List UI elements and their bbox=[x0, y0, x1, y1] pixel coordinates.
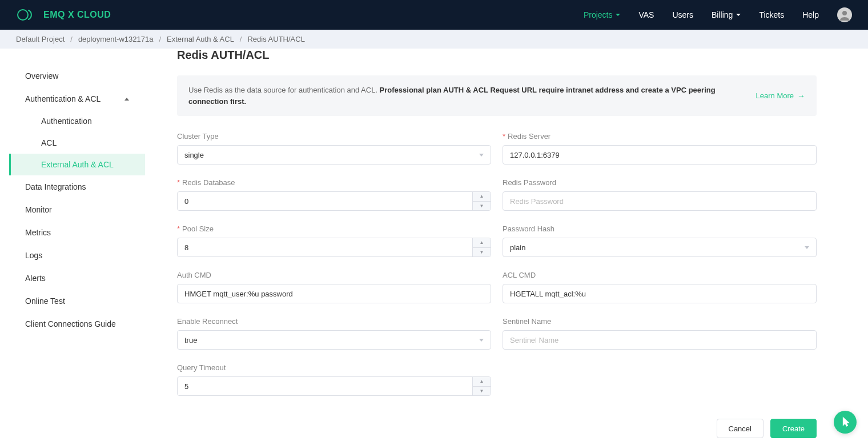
input-pool-size[interactable] bbox=[177, 238, 491, 257]
topbar: EMQ X CLOUD Projects VAS Users Billing T… bbox=[0, 0, 868, 30]
field-auth-cmd: Auth CMD bbox=[177, 271, 491, 303]
caret-down-icon bbox=[616, 14, 620, 16]
nav-billing[interactable]: Billing bbox=[712, 10, 741, 19]
label-acl-cmd: ACL CMD bbox=[503, 271, 817, 279]
pointer-icon bbox=[839, 416, 851, 428]
spinner-query-timeout: ▲ ▼ bbox=[472, 377, 491, 395]
breadcrumb-section[interactable]: External Auth & ACL bbox=[167, 35, 234, 43]
field-pool-size: *Pool Size ▲ ▼ bbox=[177, 224, 491, 257]
spinner-up-icon[interactable]: ▲ bbox=[473, 238, 491, 248]
sidebar-item-client-conn-guide[interactable]: Client Connections Guide bbox=[9, 312, 145, 335]
nav-projects[interactable]: Projects bbox=[584, 10, 621, 19]
learn-more-link[interactable]: Learn More → bbox=[756, 91, 805, 101]
input-query-timeout[interactable] bbox=[177, 376, 491, 396]
breadcrumb-page[interactable]: Redis AUTH/ACL bbox=[247, 35, 304, 43]
form: Cluster Type single *Redis Server *Redis… bbox=[177, 132, 817, 396]
spinner-down-icon[interactable]: ▼ bbox=[473, 387, 491, 396]
sidebar-item-auth-acl[interactable]: Authentication & ACL bbox=[9, 87, 145, 110]
chevron-down-icon bbox=[805, 246, 809, 249]
breadcrumb: Default Project / deployment-w132171a / … bbox=[0, 30, 868, 49]
arrow-right-icon: → bbox=[797, 91, 805, 101]
spinner-up-icon[interactable]: ▲ bbox=[473, 192, 491, 202]
sidebar-item-metrics[interactable]: Metrics bbox=[9, 221, 145, 244]
breadcrumb-sep: / bbox=[159, 35, 161, 43]
select-enable-reconnect[interactable]: true bbox=[177, 330, 491, 350]
select-cluster-type[interactable]: single bbox=[177, 145, 491, 165]
spinner-down-icon[interactable]: ▼ bbox=[473, 248, 491, 257]
select-password-hash[interactable]: plain bbox=[503, 238, 817, 257]
create-button[interactable]: Create bbox=[770, 419, 817, 438]
page-title: Redis AUTH/ACL bbox=[177, 49, 817, 62]
brand-text: EMQ X CLOUD bbox=[43, 10, 111, 20]
notice-text: Use Redis as the data source for authent… bbox=[188, 85, 756, 107]
label-redis-database: *Redis Database bbox=[177, 178, 491, 187]
caret-down-icon bbox=[736, 14, 741, 16]
breadcrumb-sep: / bbox=[70, 35, 73, 43]
label-sentinel-name: Sentinel Name bbox=[503, 317, 817, 326]
label-cluster-type: Cluster Type bbox=[177, 132, 491, 141]
cancel-button[interactable]: Cancel bbox=[717, 419, 763, 438]
field-redis-server: *Redis Server bbox=[503, 132, 817, 165]
sidebar-item-online-test[interactable]: Online Test bbox=[9, 290, 145, 312]
label-enable-reconnect: Enable Reconnect bbox=[177, 317, 491, 326]
field-redis-database: *Redis Database ▲ ▼ bbox=[177, 178, 491, 211]
sidebar-subitem-authentication[interactable]: Authentication bbox=[9, 110, 145, 132]
spinner-down-icon[interactable]: ▼ bbox=[473, 202, 491, 211]
label-redis-server: *Redis Server bbox=[503, 132, 817, 141]
sidebar-item-logs[interactable]: Logs bbox=[9, 244, 145, 267]
svg-point-1 bbox=[842, 11, 847, 15]
sidebar-item-monitor[interactable]: Monitor bbox=[9, 198, 145, 221]
field-enable-reconnect: Enable Reconnect true bbox=[177, 317, 491, 350]
sidebar-subitem-external-auth-acl[interactable]: External Auth & ACL bbox=[9, 154, 145, 175]
label-pool-size: *Pool Size bbox=[177, 224, 491, 233]
brand[interactable]: EMQ X CLOUD bbox=[16, 8, 111, 22]
field-password-hash: Password Hash plain bbox=[503, 224, 817, 257]
field-redis-password: Redis Password bbox=[503, 178, 817, 211]
chevron-down-icon bbox=[479, 339, 484, 342]
field-acl-cmd: ACL CMD bbox=[503, 271, 817, 303]
footer-actions: Cancel Create bbox=[177, 419, 817, 438]
sidebar: Overview Authentication & ACL Authentica… bbox=[0, 49, 154, 445]
spinner-redis-database: ▲ ▼ bbox=[472, 192, 491, 210]
field-query-timeout: Query Timeout ▲ ▼ bbox=[177, 363, 491, 396]
sidebar-item-alerts[interactable]: Alerts bbox=[9, 267, 145, 290]
nav-users[interactable]: Users bbox=[672, 10, 693, 19]
nav-vas[interactable]: VAS bbox=[638, 10, 654, 19]
sidebar-item-label: Authentication & ACL bbox=[25, 94, 101, 103]
sidebar-subitem-acl[interactable]: ACL bbox=[9, 132, 145, 154]
svg-point-0 bbox=[18, 10, 28, 20]
sidebar-item-overview[interactable]: Overview bbox=[9, 65, 145, 87]
input-acl-cmd[interactable] bbox=[503, 284, 817, 303]
nav-help[interactable]: Help bbox=[802, 10, 819, 19]
spinner-pool-size: ▲ ▼ bbox=[472, 238, 491, 256]
nav-tickets[interactable]: Tickets bbox=[759, 10, 784, 19]
chevron-down-icon bbox=[479, 154, 484, 157]
logo-icon bbox=[16, 8, 38, 22]
breadcrumb-sep: / bbox=[240, 35, 242, 43]
nav-projects-label: Projects bbox=[584, 10, 613, 19]
select-enable-reconnect-value: true bbox=[184, 336, 197, 344]
content: Redis AUTH/ACL Use Redis as the data sou… bbox=[154, 49, 839, 445]
caret-up-icon bbox=[124, 98, 129, 101]
field-cluster-type: Cluster Type single bbox=[177, 132, 491, 165]
input-auth-cmd[interactable] bbox=[177, 284, 491, 303]
notice-prefix: Use Redis as the data source for authent… bbox=[188, 86, 380, 94]
select-password-hash-value: plain bbox=[510, 243, 525, 252]
input-redis-password[interactable] bbox=[503, 191, 817, 211]
label-redis-password: Redis Password bbox=[503, 178, 817, 187]
input-redis-server[interactable] bbox=[503, 145, 817, 165]
avatar-icon bbox=[839, 9, 850, 21]
label-auth-cmd: Auth CMD bbox=[177, 271, 491, 279]
input-sentinel-name[interactable] bbox=[503, 330, 817, 350]
topnav: Projects VAS Users Billing Tickets Help bbox=[584, 7, 852, 22]
help-fab[interactable] bbox=[834, 411, 857, 434]
select-cluster-type-value: single bbox=[184, 151, 204, 159]
breadcrumb-project[interactable]: Default Project bbox=[16, 35, 65, 43]
breadcrumb-deployment[interactable]: deployment-w132171a bbox=[78, 35, 154, 43]
label-query-timeout: Query Timeout bbox=[177, 363, 491, 372]
avatar[interactable] bbox=[837, 7, 852, 22]
spinner-up-icon[interactable]: ▲ bbox=[473, 377, 491, 387]
sidebar-item-data-integrations[interactable]: Data Integrations bbox=[9, 175, 145, 198]
input-redis-database[interactable] bbox=[177, 191, 491, 211]
nav-billing-label: Billing bbox=[712, 10, 733, 19]
